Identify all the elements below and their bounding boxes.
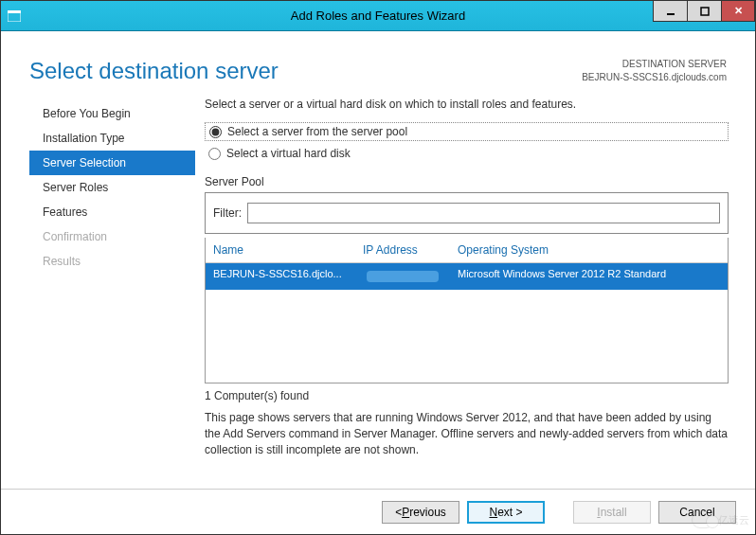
filter-input[interactable] <box>247 203 720 223</box>
radio-server-pool-label: Select a server from the server pool <box>227 125 407 138</box>
destination-value: BEJRUN-S-SSCS16.djclouds.com <box>582 71 727 84</box>
svg-rect-3 <box>701 8 709 15</box>
nav-confirmation: Confirmation <box>29 224 195 249</box>
cell-os: Microsoft Windows Server 2012 R2 Standar… <box>450 263 728 290</box>
maximize-button[interactable] <box>687 1 721 22</box>
radio-server-pool-input[interactable] <box>209 126 222 138</box>
radio-server-pool[interactable]: Select a server from the server pool <box>209 125 724 138</box>
wizard-body: Before You Begin Installation Type Serve… <box>1 94 755 457</box>
nav-installation-type[interactable]: Installation Type <box>29 126 195 151</box>
wizard-nav: Before You Begin Installation Type Serve… <box>29 94 195 457</box>
table-body: BEJRUN-S-SSCS16.djclo... Microsoft Windo… <box>206 263 728 383</box>
destination-label: DESTINATION SERVER <box>582 58 727 71</box>
page-description: This page shows servers that are running… <box>205 410 729 457</box>
server-pool-label: Server Pool <box>205 175 729 188</box>
radio-row: Select a virtual hard disk <box>205 145 729 162</box>
minimize-button[interactable] <box>653 1 687 22</box>
nav-results: Results <box>29 249 195 274</box>
col-name[interactable]: Name <box>206 238 355 262</box>
nav-server-selection[interactable]: Server Selection <box>29 151 195 175</box>
window-title: Add Roles and Features Wizard <box>1 9 755 23</box>
next-button[interactable]: Next >Next > <box>467 501 545 524</box>
titlebar: Add Roles and Features Wizard ✕ <box>1 1 755 31</box>
table-row[interactable]: BEJRUN-S-SSCS16.djclo... Microsoft Windo… <box>206 263 728 290</box>
cell-ip-redacted <box>355 263 450 290</box>
nav-features[interactable]: Features <box>29 200 195 224</box>
server-table: Name IP Address Operating System BEJRUN-… <box>205 238 729 383</box>
radio-group-focused: Select a server from the server pool <box>205 122 729 141</box>
install-button: InstallInstall <box>573 501 651 524</box>
app-icon <box>1 1 27 30</box>
radio-vhd-input[interactable] <box>208 148 221 160</box>
svg-rect-1 <box>8 10 21 13</box>
filter-label: Filter: <box>213 206 242 220</box>
previous-button[interactable]: < PPreviousrevious <box>382 501 459 524</box>
nav-before-you-begin[interactable]: Before You Begin <box>29 101 195 126</box>
radio-vhd-label: Select a virtual hard disk <box>226 147 351 160</box>
computers-found: 1 Computer(s) found <box>205 389 729 402</box>
page-title: Select destination server <box>29 58 279 84</box>
window-controls: ✕ <box>653 1 755 30</box>
wizard-header: Select destination server DESTINATION SE… <box>1 31 755 94</box>
content-pane: Select a server or a virtual hard disk o… <box>195 94 746 457</box>
nav-server-roles[interactable]: Server Roles <box>29 175 195 200</box>
table-header: Name IP Address Operating System <box>206 238 728 263</box>
radio-vhd[interactable]: Select a virtual hard disk <box>208 147 725 160</box>
filter-box: Filter: <box>205 192 729 234</box>
destination-server-info: DESTINATION SERVER BEJRUN-S-SSCS16.djclo… <box>582 58 727 84</box>
col-ip[interactable]: IP Address <box>355 238 450 262</box>
cancel-button[interactable]: Cancel <box>658 501 736 524</box>
close-button[interactable]: ✕ <box>721 1 755 22</box>
instruction-text: Select a server or a virtual hard disk o… <box>205 98 729 111</box>
wizard-footer: < PPreviousrevious Next >Next > InstallI… <box>1 489 755 534</box>
cell-name: BEJRUN-S-SSCS16.djclo... <box>206 263 355 290</box>
col-os[interactable]: Operating System <box>450 238 728 262</box>
